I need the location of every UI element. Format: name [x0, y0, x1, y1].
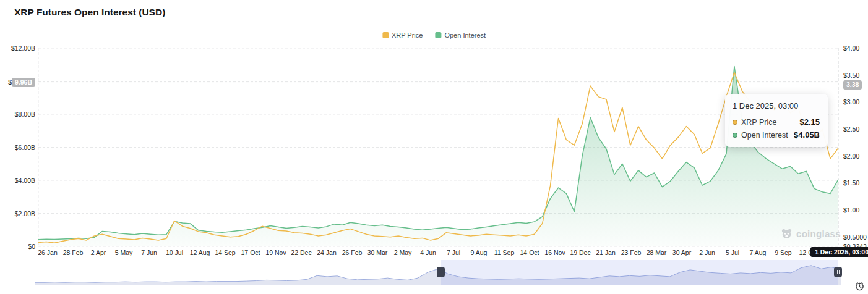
x-axis-tick: 9 Sep: [775, 249, 791, 256]
crosshair-date-badge: 1 Dec 2025, 03:00: [810, 247, 868, 257]
legend: XRP Price Open Interest: [382, 32, 486, 39]
watermark: coinglass: [781, 228, 841, 240]
page-title: XRP Futures Open Interest (USD): [14, 7, 165, 18]
tooltip-date: 1 Dec 2025, 03:00: [733, 101, 820, 111]
legend-item-open-interest[interactable]: Open Interest: [435, 32, 486, 39]
x-axis-tick: 23 Feb: [621, 249, 642, 256]
x-axis-tick: 5 Jul: [726, 249, 739, 256]
open-interest-dot-icon: [733, 133, 737, 138]
right-axis-tick: $4.00: [843, 44, 859, 52]
x-axis-tick: 9 Aug: [471, 249, 488, 256]
x-axis-tick: 2 Apr: [91, 249, 106, 256]
right-axis-tick: $0.5000: [843, 233, 867, 241]
crosshair-right-axis-badge: 3.38: [843, 78, 862, 90]
x-axis-tick: 21 Jan: [596, 249, 616, 256]
legend-label: Open Interest: [444, 32, 486, 39]
x-axis-tick: 7 Aug: [750, 249, 767, 256]
left-axis-tick: $6.00B: [4, 144, 35, 151]
clock-icon: [854, 281, 865, 292]
x-axis-tick: 26 Jan: [38, 249, 58, 256]
x-axis-tick: 4 Jun: [420, 249, 436, 256]
xrp-price-dot-icon: [733, 120, 737, 125]
x-axis-tick: 30 Apr: [672, 249, 691, 256]
x-axis-tick: 14 Oct: [520, 249, 539, 256]
xrp-price-swatch-icon: [382, 32, 389, 38]
navigator-selected-range[interactable]: [441, 260, 838, 285]
left-axis-tick: $4.00B: [4, 177, 35, 184]
open-interest-swatch-icon: [435, 32, 441, 38]
watermark-text: coinglass: [796, 229, 841, 239]
right-axis-tick: $2.50: [843, 125, 859, 133]
x-axis-tick: 22 Dec: [291, 249, 311, 256]
x-axis-tick: 10 Jul: [166, 249, 183, 256]
left-axis-tick: $2.00B: [4, 210, 35, 217]
x-axis-tick: 28 Mar: [647, 249, 667, 256]
x-axis-tick: 17 Oct: [241, 249, 260, 256]
right-axis-tick: $1.50: [843, 179, 859, 187]
right-axis-tick: $3.50: [843, 72, 859, 79]
coinglass-logo-icon: [781, 228, 793, 240]
x-axis-tick: 2 May: [394, 249, 412, 256]
right-axis-tick: $2.00: [843, 153, 859, 160]
x-axis-tick: 2 Jun: [699, 249, 715, 256]
x-axis-tick: 7 Jul: [447, 249, 460, 256]
legend-item-xrp-price[interactable]: XRP Price: [382, 32, 423, 39]
left-axis-tick: $8.00B: [4, 111, 35, 118]
navigator-right-handle[interactable]: [834, 267, 842, 277]
time-settings-button[interactable]: [854, 281, 865, 292]
x-axis-tick: 7 Jun: [141, 249, 157, 256]
x-axis-tick: 24 Jan: [317, 249, 337, 256]
legend-label: XRP Price: [392, 32, 423, 39]
crosshair-left-axis-badge: $9.96B: [8, 78, 35, 87]
x-axis-tick: 19 Nov: [265, 249, 286, 256]
x-axis-tick: 30 Mar: [367, 249, 388, 256]
x-axis-tick: 11 Sep: [494, 249, 515, 256]
tooltip-row-open-interest: Open Interest $4.05B: [733, 130, 820, 140]
x-axis-tick: 28 Feb: [63, 249, 84, 256]
tooltip: 1 Dec 2025, 03:00 XRP Price $2.15 Open I…: [725, 94, 828, 147]
x-axis-tick: 12 Aug: [190, 249, 210, 256]
x-axis-tick: 5 May: [115, 249, 133, 256]
x-axis-tick: 26 Feb: [342, 249, 363, 256]
x-axis-tick: 14 Sep: [215, 249, 235, 256]
right-axis-tick: $1.00: [843, 206, 859, 214]
navigator-left-handle[interactable]: [437, 267, 445, 277]
right-axis-tick: $3.00: [843, 98, 859, 106]
left-axis-tick: $0: [4, 243, 35, 250]
chart-container: XRP Futures Open Interest (USD) XRP Pric…: [0, 0, 868, 294]
left-axis-tick: $12.00B: [4, 44, 35, 52]
x-axis-tick: 19 Dec: [570, 249, 590, 256]
tooltip-row-xrp-price: XRP Price $2.15: [733, 117, 820, 127]
x-axis-tick: 16 Nov: [544, 249, 565, 256]
